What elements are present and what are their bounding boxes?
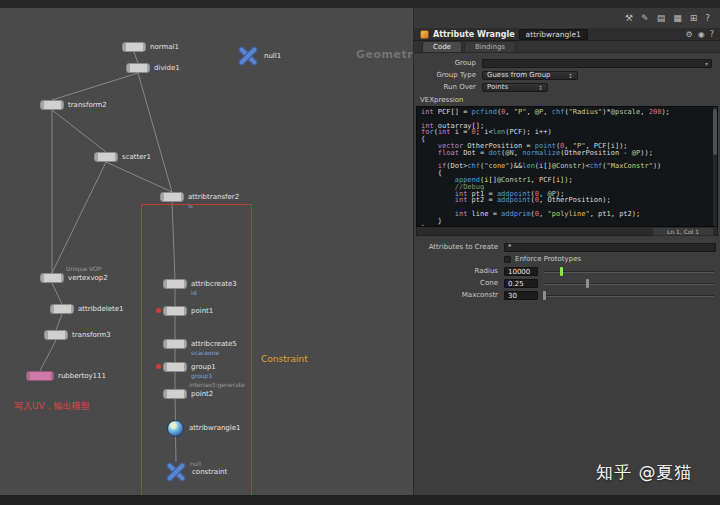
radius-row: Radius 10000	[414, 265, 720, 277]
panel-header: Attribute Wrangle attribwrangle1 ⚙◉?	[414, 28, 720, 41]
scrollbar-thumb[interactable]	[713, 109, 717, 155]
group-input[interactable]: ▾	[482, 59, 712, 68]
node-attribtransfer2[interactable]: attribtransfer2is	[160, 192, 184, 202]
run-over-value: Points	[487, 83, 508, 91]
node-label: divide1	[154, 64, 180, 72]
node-type-title: Attribute Wrangle	[433, 30, 515, 39]
node-label: vertexvop2	[68, 274, 108, 282]
node-body	[44, 330, 68, 340]
maxconstr-slider[interactable]	[544, 291, 714, 300]
group-label: Group	[418, 59, 482, 67]
bottom-bar	[0, 495, 720, 505]
enforce-prototypes-checkbox[interactable]	[504, 256, 511, 263]
network-editor[interactable]: Geometry Constraint 写入UV，输出模型 normal1div…	[0, 8, 413, 495]
node-body	[40, 273, 64, 283]
cone-label: Cone	[418, 279, 504, 287]
group-type-value: Guess from Group	[487, 71, 551, 79]
radius-value[interactable]: 10000	[504, 267, 538, 276]
node-divide1[interactable]: divide1	[126, 63, 150, 73]
cone-value[interactable]: 0.25	[504, 279, 538, 288]
tab-code[interactable]: Code	[422, 41, 462, 52]
houdini-window: Geometry Constraint 写入UV，输出模型 normal1div…	[0, 0, 720, 505]
maxconstr-row: Maxconstr 30	[414, 289, 720, 301]
panel-toolbar: ⚒✎▤▦⊞?	[414, 8, 720, 28]
run-over-label: Run Over	[418, 83, 482, 91]
wrangle-badge-icon	[420, 30, 429, 39]
dropdown-arrows-icon: ↕	[538, 84, 543, 91]
node-scatter1[interactable]: scatter1	[94, 152, 118, 162]
node-comment: Unique VOP	[66, 265, 101, 272]
slider-handle[interactable]	[543, 291, 546, 300]
group-type-label: Group Type	[418, 71, 482, 79]
node-rubbertoy111[interactable]: rubbertoy111	[26, 371, 54, 381]
help-icon[interactable]: ?	[705, 13, 710, 23]
node-body	[160, 192, 184, 202]
gear-icon[interactable]: ⚙	[686, 30, 693, 39]
group-type-dropdown[interactable]: Guess from Group ↕	[482, 71, 578, 80]
attrs-create-input[interactable]: *	[504, 243, 716, 252]
null-shape-icon	[236, 46, 260, 66]
presets-icon[interactable]: ◉	[698, 30, 705, 39]
node-body	[122, 42, 146, 52]
parameter-rows: Group ▾ Group Type Guess from Group ↕ Ru…	[414, 53, 720, 93]
radius-slider[interactable]	[544, 267, 714, 276]
pane-type-watermark: Geometry	[356, 48, 421, 61]
slider-track	[544, 295, 714, 297]
node-transform2[interactable]: transform2	[40, 100, 64, 110]
maxconstr-value[interactable]: 30	[504, 291, 538, 300]
panel-header-icons: ⚙◉?	[686, 30, 714, 39]
node-attribdelete1[interactable]: attribdelete1	[50, 304, 74, 314]
node-null1[interactable]: null1	[236, 46, 260, 66]
node-vertexvop2[interactable]: Unique VOPvertexvop2	[40, 273, 64, 283]
panel-help-icon[interactable]: ?	[710, 30, 714, 39]
split-view-icon[interactable]: ⊞	[690, 13, 698, 23]
list-view-icon[interactable]: ▤	[657, 13, 666, 23]
node-transform3[interactable]: transform3	[44, 330, 68, 340]
cursor-position: Ln 1, Col 1	[652, 227, 714, 236]
node-body	[94, 152, 118, 162]
node-label: transform2	[68, 101, 107, 109]
node-label: scatter1	[122, 153, 151, 161]
node-body	[126, 63, 150, 73]
run-over-dropdown[interactable]: Points ↕	[482, 83, 548, 92]
node-label: rubbertoy111	[58, 372, 106, 380]
vex-code[interactable]: int PCF[] = pcfind(0, "P", @P, chf("Radi…	[417, 107, 717, 227]
node-label: attribdelete1	[78, 305, 124, 313]
panel-tabs: Code Bindings	[414, 41, 720, 53]
cone-row: Cone 0.25	[414, 277, 720, 289]
radius-label: Radius	[418, 267, 504, 275]
grid-view-icon[interactable]: ▦	[673, 13, 682, 23]
tools-icon[interactable]: ⚒	[625, 13, 633, 23]
group-type-row: Group Type Guess from Group ↕	[414, 69, 720, 81]
pin-icon[interactable]: ✎	[641, 13, 649, 23]
editor-scrollbar[interactable]	[713, 107, 717, 226]
editor-status-row: Ln 1, Col 1	[416, 227, 718, 236]
node-body	[50, 304, 74, 314]
node-label: attribtransfer2	[188, 193, 239, 201]
group-menu-arrow-icon[interactable]: ▾	[705, 60, 708, 67]
node-body	[26, 371, 54, 381]
run-over-row: Run Over Points ↕	[414, 81, 720, 93]
selection-box	[141, 204, 252, 502]
node-label: transform3	[72, 331, 111, 339]
vex-code-editor[interactable]: int PCF[] = pcfind(0, "P", @P, chf("Radi…	[416, 106, 718, 227]
enforce-prototypes-label: Enforce Prototypes	[515, 255, 581, 263]
node-name-field[interactable]: attribwrangle1	[519, 29, 588, 40]
parameter-panel: ⚒✎▤▦⊞? Attribute Wrangle attribwrangle1 …	[413, 8, 720, 495]
tab-bindings[interactable]: Bindings	[464, 41, 516, 52]
slider-handle[interactable]	[560, 267, 563, 276]
network-note-constraint: Constraint	[261, 354, 308, 364]
node-normal1[interactable]: normal1	[122, 42, 146, 52]
dropdown-arrows-icon: ↕	[568, 72, 573, 79]
attrs-create-label: Attributes to Create	[418, 243, 504, 251]
top-bar	[0, 0, 720, 8]
group-row: Group ▾	[414, 57, 720, 69]
slider-track	[544, 283, 714, 285]
node-label: null1	[264, 52, 281, 60]
enforce-prototypes-row: Enforce Prototypes	[414, 253, 720, 265]
network-note-chinese: 写入UV，输出模型	[14, 400, 90, 413]
vexpression-label: VEXpression	[414, 93, 720, 106]
slider-handle[interactable]	[586, 279, 589, 288]
cone-slider[interactable]	[544, 279, 714, 288]
zhihu-watermark: 知乎 @夏猫	[596, 461, 692, 484]
